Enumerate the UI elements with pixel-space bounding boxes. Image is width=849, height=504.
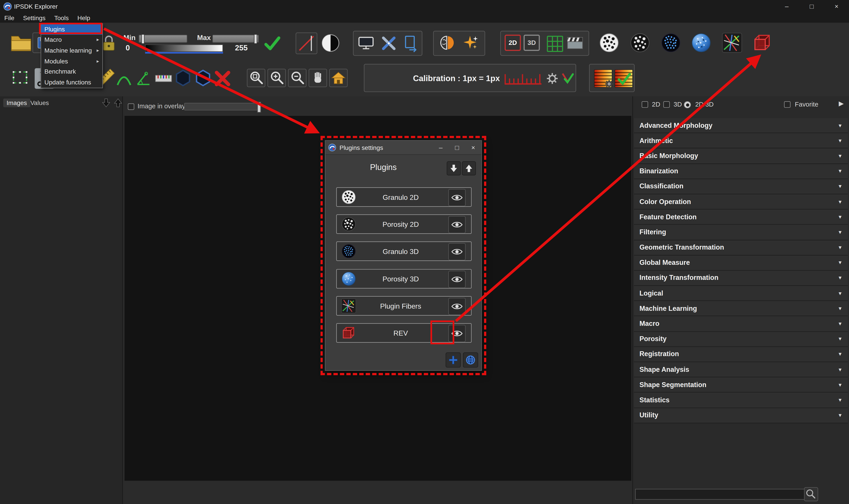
minimize-button[interactable]: – <box>774 0 799 13</box>
chevron-down-icon[interactable]: ▼ <box>838 153 843 159</box>
category-row-shape-segmentation[interactable]: Shape Segmentation▼ <box>634 377 848 393</box>
dialog-close-button[interactable]: × <box>465 141 481 155</box>
chevron-down-icon[interactable]: ▼ <box>838 245 843 250</box>
category-row-porosity[interactable]: Porosity▼ <box>634 331 848 347</box>
move-up-button[interactable] <box>112 97 123 110</box>
chevron-down-icon[interactable]: ▼ <box>838 260 843 265</box>
category-row-intensity-transformation[interactable]: Intensity Transformation▼ <box>634 271 848 286</box>
menu-item-macro[interactable]: Macro▸ <box>41 35 102 45</box>
open-folder-button[interactable] <box>10 33 33 55</box>
chevron-down-icon[interactable]: ▼ <box>838 413 843 418</box>
chevron-down-icon[interactable]: ▼ <box>838 336 843 342</box>
category-row-advanced-morphology[interactable]: Advanced Morphology▼ <box>634 118 848 133</box>
filter-2d-checkbox[interactable] <box>642 101 648 108</box>
granulo-3d-icon[interactable] <box>661 33 681 55</box>
function-search-input[interactable] <box>635 489 805 500</box>
overlay-opacity-thumb[interactable] <box>257 102 261 112</box>
measure-tools-button[interactable] <box>379 34 398 55</box>
category-row-color-operation[interactable]: Color Operation▼ <box>634 194 848 210</box>
calibration-settings-gear-icon[interactable] <box>546 72 558 87</box>
category-row-basic-morphology[interactable]: Basic Morphology▼ <box>634 148 848 164</box>
plugin-row-porosity-2d[interactable]: Porosity 2D <box>336 214 472 234</box>
menu-item-plugins[interactable]: Plugins <box>41 24 102 35</box>
porosity-3d-icon[interactable] <box>691 33 711 55</box>
online-plugins-button[interactable] <box>463 352 478 367</box>
tab-images[interactable]: Images <box>3 98 30 107</box>
chevron-down-icon[interactable]: ▼ <box>838 123 843 128</box>
tab-values[interactable]: Values <box>27 98 52 107</box>
zoom-out-button[interactable] <box>288 69 306 87</box>
maximize-button[interactable]: □ <box>799 0 824 13</box>
grayscale-gradient-bar[interactable] <box>145 44 223 52</box>
search-button[interactable] <box>804 487 818 501</box>
menu-item-machine-learning[interactable]: Machine learning▸ <box>41 45 102 56</box>
rev-cube-icon[interactable] <box>752 33 773 55</box>
selection-rect-button[interactable] <box>10 67 30 90</box>
dialog-title-bar[interactable]: Plugins settings – □ × <box>325 141 481 155</box>
chevron-down-icon[interactable]: ▼ <box>838 382 843 387</box>
category-row-filtering[interactable]: Filtering▼ <box>634 225 848 240</box>
movie-clapper-button[interactable] <box>565 34 585 55</box>
chevron-down-icon[interactable]: ▼ <box>838 397 843 402</box>
chevron-down-icon[interactable]: ▼ <box>838 138 843 143</box>
menu-help[interactable]: Help <box>73 13 94 23</box>
category-row-statistics[interactable]: Statistics▼ <box>634 393 848 408</box>
category-row-shape-analysis[interactable]: Shape Analysis▼ <box>634 362 848 377</box>
show-plugin-eye-button[interactable] <box>448 189 466 206</box>
plugin-move-down-button[interactable] <box>447 161 461 176</box>
zoom-fit-button[interactable] <box>247 69 265 87</box>
dialog-minimize-button[interactable]: – <box>433 141 449 155</box>
min-slider[interactable] <box>139 35 187 43</box>
show-rev-eye-button[interactable] <box>448 325 466 342</box>
contrast-button[interactable] <box>321 33 341 55</box>
plugin-row-porosity-3d[interactable]: Porosity 3D <box>336 269 472 288</box>
sparkles-icon[interactable] <box>460 34 480 55</box>
category-row-classification[interactable]: Classification▼ <box>634 179 848 194</box>
menu-item-benchmark[interactable]: Benchmark <box>41 66 102 77</box>
chevron-down-icon[interactable]: ▼ <box>838 275 843 281</box>
add-plugin-button[interactable] <box>446 352 461 367</box>
category-row-geometric-transformation[interactable]: Geometric Transformation▼ <box>634 240 848 255</box>
chevron-down-icon[interactable]: ▼ <box>838 168 843 174</box>
category-row-logical[interactable]: Logical▼ <box>634 286 848 301</box>
copy-view-button[interactable] <box>402 34 421 55</box>
filter-2d3d-radio[interactable] <box>684 101 691 108</box>
brain-icon[interactable] <box>436 33 458 56</box>
monitor-button[interactable] <box>356 34 376 55</box>
close-button[interactable]: × <box>824 0 849 13</box>
dialog-maximize-button[interactable]: □ <box>449 141 465 155</box>
collapse-panel-icon[interactable]: ▶ <box>838 100 844 107</box>
chevron-down-icon[interactable]: ▼ <box>838 321 843 326</box>
chevron-down-icon[interactable]: ▼ <box>838 199 843 204</box>
max-slider-thumb[interactable] <box>254 34 257 44</box>
min-slider-thumb[interactable] <box>141 34 145 44</box>
category-row-feature-detection[interactable]: Feature Detection▼ <box>634 210 848 225</box>
show-plugin-eye-button[interactable] <box>448 243 466 260</box>
plugin-row-granulo-3d[interactable]: Granulo 3D <box>336 241 472 261</box>
menu-file[interactable]: File <box>0 13 19 23</box>
overlay-opacity-slider[interactable] <box>184 103 261 110</box>
favorite-checkbox[interactable] <box>784 101 790 108</box>
show-plugin-eye-button[interactable] <box>448 271 466 288</box>
arc-measure-button[interactable] <box>115 69 133 90</box>
menu-item-update-functions[interactable]: Update functions <box>41 77 102 88</box>
hexagon-roi-active-button[interactable] <box>193 68 213 90</box>
chevron-down-icon[interactable]: ▼ <box>838 367 843 372</box>
chevron-down-icon[interactable]: ▼ <box>838 214 843 219</box>
filter-3d-checkbox[interactable] <box>663 101 670 108</box>
porosity-2d-icon[interactable] <box>630 33 650 55</box>
plugin-move-up-button[interactable] <box>462 161 476 176</box>
show-plugin-eye-button[interactable] <box>448 298 466 315</box>
move-down-button[interactable] <box>101 97 112 110</box>
category-row-global-measure[interactable]: Global Measure▼ <box>634 255 848 271</box>
calibration-validate-icon[interactable] <box>560 71 575 87</box>
hexagon-roi-button[interactable] <box>173 68 193 90</box>
chevron-down-icon[interactable]: ▼ <box>838 230 843 235</box>
menu-item-modules[interactable]: Modules▸ <box>41 56 102 66</box>
apply-check-button[interactable] <box>263 34 282 55</box>
category-row-machine-learning[interactable]: Machine Learning▼ <box>634 301 848 316</box>
menu-settings[interactable]: Settings <box>19 13 50 23</box>
chevron-down-icon[interactable]: ▼ <box>838 290 843 296</box>
home-view-button[interactable] <box>329 69 347 87</box>
category-row-arithmetic[interactable]: Arithmetic▼ <box>634 133 848 148</box>
